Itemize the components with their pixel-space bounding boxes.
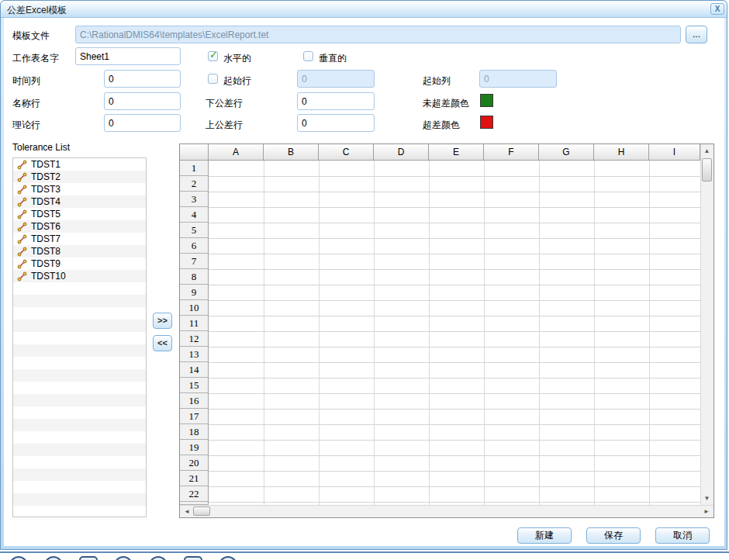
horizontal-scroll-thumb[interactable] [193, 506, 210, 516]
dimension-icon [17, 247, 27, 257]
row-header-18[interactable]: 18 [180, 424, 209, 440]
name-row-input[interactable] [104, 92, 181, 110]
tolerance-list-item[interactable]: TDST9 [13, 258, 146, 270]
tolerance-list-empty-row [13, 369, 146, 382]
column-header-C[interactable]: C [319, 144, 374, 161]
grid-vline [484, 161, 485, 505]
vertical-checkbox[interactable] [303, 51, 313, 61]
scroll-up-icon[interactable]: ▲ [700, 147, 713, 154]
horizontal-scrollbar[interactable] [180, 505, 713, 517]
background-app-icon [79, 556, 98, 560]
theory-row-input[interactable] [104, 114, 181, 132]
row-header-1[interactable]: 1 [180, 161, 209, 176]
row-header-20[interactable]: 20 [180, 455, 209, 471]
tolerance-list-item[interactable]: TDST5 [13, 208, 146, 220]
column-header-F[interactable]: F [484, 144, 539, 161]
tolerance-list-empty-row [13, 357, 146, 369]
upper-tol-row-input[interactable] [297, 114, 375, 132]
row-header-4[interactable]: 4 [180, 207, 209, 223]
tolerance-list-item[interactable]: TDST7 [13, 233, 146, 245]
tolerance-list-empty-row [13, 282, 146, 295]
row-header-22[interactable]: 22 [180, 486, 209, 502]
lower-tol-row-input[interactable] [297, 92, 375, 110]
tolerance-list-item[interactable]: TDST3 [13, 183, 146, 195]
tolerance-list-item[interactable]: TDST10 [13, 270, 146, 282]
start-col-input [479, 70, 557, 88]
row-header-12[interactable]: 12 [180, 331, 209, 347]
template-file-label: 模板文件 [12, 29, 50, 43]
cancel-button[interactable]: 取消 [655, 527, 710, 544]
move-to-list-button[interactable]: << [153, 335, 172, 351]
row-header-3[interactable]: 3 [180, 192, 209, 207]
tolerance-list-item[interactable]: TDST8 [13, 245, 146, 258]
vertical-scroll-thumb[interactable] [702, 158, 712, 181]
in-tol-color-swatch[interactable] [480, 94, 493, 107]
row-header-13[interactable]: 13 [180, 347, 209, 362]
column-header-G[interactable]: G [539, 144, 594, 161]
tolerance-item-label: TDST10 [31, 271, 66, 282]
column-header-I[interactable]: I [649, 144, 700, 161]
row-header-16[interactable]: 16 [180, 393, 209, 409]
tolerance-list-empty-row [13, 320, 146, 332]
scroll-down-icon[interactable]: ▼ [700, 495, 713, 502]
move-to-sheet-button[interactable]: >> [153, 313, 172, 329]
tolerance-list-item[interactable]: TDST6 [13, 220, 146, 233]
tolerance-list[interactable]: TDST1TDST2TDST3TDST4TDST5TDST6TDST7TDST8… [12, 157, 147, 517]
tolerance-item-label: TDST7 [31, 233, 60, 244]
tolerance-item-label: TDST6 [31, 221, 60, 232]
row-header-14[interactable]: 14 [180, 362, 209, 378]
tolerance-list-item[interactable]: TDST2 [13, 171, 146, 183]
row-header-7[interactable]: 7 [180, 254, 209, 269]
row-header-17[interactable]: 17 [180, 409, 209, 424]
column-header-E[interactable]: E [429, 144, 484, 161]
scroll-left-icon[interactable]: ◄ [181, 508, 192, 515]
browse-button[interactable]: ... [686, 26, 707, 43]
tolerance-list-empty-row [13, 419, 146, 431]
dimension-icon [17, 172, 27, 182]
tolerance-list-empty-row [13, 481, 146, 493]
grid-corner-cell[interactable] [180, 144, 209, 161]
column-header-A[interactable]: A [209, 144, 264, 161]
tolerance-list-empty-row [13, 332, 146, 344]
dimension-icon [17, 160, 27, 170]
row-header-10[interactable]: 10 [180, 300, 209, 316]
time-col-input[interactable] [104, 70, 181, 88]
row-header-6[interactable]: 6 [180, 238, 209, 254]
sheet-name-input[interactable] [75, 47, 181, 65]
row-header-5[interactable]: 5 [180, 223, 209, 238]
column-header-B[interactable]: B [264, 144, 319, 161]
theory-row-label: 理论行 [12, 119, 40, 132]
column-header-H[interactable]: H [594, 144, 649, 161]
horizontal-checkbox[interactable]: ✓ [208, 51, 218, 61]
tolerance-list-item[interactable]: TDST4 [13, 195, 146, 208]
row-header-15[interactable]: 15 [180, 378, 209, 393]
row-header-8[interactable]: 8 [180, 269, 209, 285]
row-header-9[interactable]: 9 [180, 285, 209, 300]
tolerance-list-title: Tolerance List [12, 142, 70, 153]
in-tol-color-label: 未超差颜色 [423, 97, 469, 110]
grid-vline [319, 161, 320, 505]
row-header-19[interactable]: 19 [180, 440, 209, 455]
column-header-D[interactable]: D [374, 144, 429, 161]
grid-hline [209, 316, 700, 316]
dimension-icon [17, 209, 27, 220]
tolerance-list-empty-row [13, 295, 146, 307]
grid-hline [209, 471, 700, 472]
save-button[interactable]: 保存 [586, 527, 641, 544]
template-file-input[interactable] [75, 26, 681, 43]
start-row-checkbox[interactable] [208, 74, 218, 84]
row-header-21[interactable]: 21 [180, 471, 209, 486]
tolerance-list-item[interactable]: TDST1 [13, 158, 146, 171]
vertical-label: 垂直的 [319, 52, 347, 65]
spreadsheet-grid[interactable]: ABCDEFGHI1234567891011121314151617181920… [179, 143, 714, 518]
vertical-scrollbar[interactable] [700, 144, 713, 505]
close-icon[interactable]: X [710, 3, 724, 15]
grid-hline [209, 269, 700, 270]
grid-hline [209, 223, 700, 223]
new-button[interactable]: 新建 [517, 527, 572, 544]
row-header-11[interactable]: 11 [180, 316, 209, 331]
out-tol-color-swatch[interactable] [480, 116, 493, 129]
scroll-right-icon[interactable]: ► [701, 508, 712, 515]
title-bar[interactable]: 公差Excel模板 [1, 1, 727, 18]
row-header-2[interactable]: 2 [180, 176, 209, 192]
